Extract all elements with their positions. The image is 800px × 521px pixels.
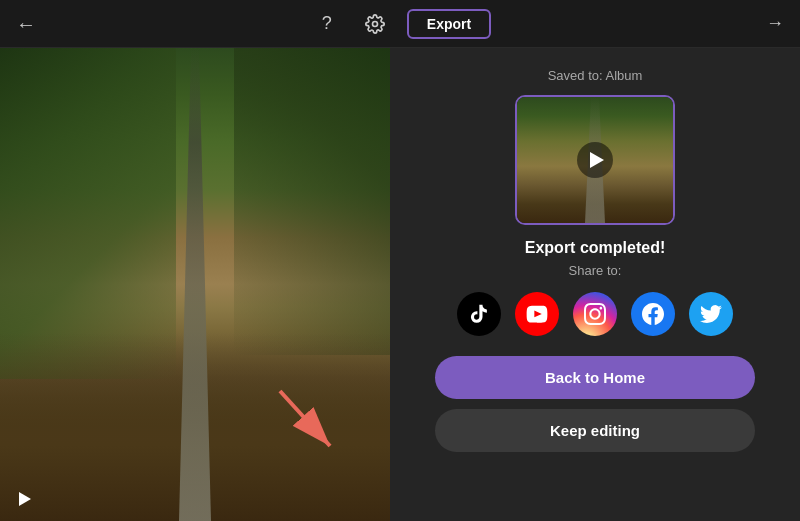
video-thumbnail[interactable] bbox=[515, 95, 675, 225]
help-button[interactable]: ? bbox=[311, 8, 343, 40]
gear-icon bbox=[365, 14, 385, 34]
share-youtube-button[interactable] bbox=[515, 292, 559, 336]
forward-arrow-icon[interactable]: → bbox=[766, 13, 784, 34]
export-panel: Saved to: Album Export completed! Share … bbox=[390, 48, 800, 521]
svg-point-0 bbox=[372, 21, 377, 26]
thumbnail-play-button[interactable] bbox=[577, 142, 613, 178]
share-icons-row bbox=[457, 292, 733, 336]
share-facebook-button[interactable] bbox=[631, 292, 675, 336]
share-twitter-button[interactable] bbox=[689, 292, 733, 336]
help-icon: ? bbox=[322, 13, 332, 34]
saved-label: Saved to: Album bbox=[548, 68, 643, 83]
direction-arrow-icon bbox=[270, 381, 350, 461]
share-label: Share to: bbox=[569, 263, 622, 278]
play-icon bbox=[19, 492, 31, 506]
arrow-annotation bbox=[270, 381, 350, 461]
trees-left bbox=[0, 48, 176, 379]
svg-line-2 bbox=[280, 391, 330, 446]
top-bar: ← ? Export → bbox=[0, 0, 800, 48]
thumbnail-play-icon bbox=[590, 152, 604, 168]
youtube-icon bbox=[526, 303, 548, 325]
export-completed-label: Export completed! bbox=[525, 239, 665, 257]
twitter-icon bbox=[700, 303, 722, 325]
back-to-home-button[interactable]: Back to Home bbox=[435, 356, 755, 399]
back-arrow-icon[interactable]: ← bbox=[16, 14, 36, 34]
share-instagram-button[interactable] bbox=[573, 292, 617, 336]
trees-right bbox=[234, 48, 390, 355]
tiktok-icon bbox=[468, 303, 490, 325]
settings-button[interactable] bbox=[359, 8, 391, 40]
play-button[interactable] bbox=[12, 487, 36, 511]
facebook-icon bbox=[642, 303, 664, 325]
top-bar-right: → bbox=[766, 13, 784, 34]
main-content: Saved to: Album Export completed! Share … bbox=[0, 48, 800, 521]
keep-editing-button[interactable]: Keep editing bbox=[435, 409, 755, 452]
export-button[interactable]: Export bbox=[407, 9, 491, 39]
top-bar-left: ← bbox=[16, 14, 36, 34]
share-tiktok-button[interactable] bbox=[457, 292, 501, 336]
top-bar-center: ? Export bbox=[311, 8, 491, 40]
video-preview-panel bbox=[0, 48, 390, 521]
instagram-icon bbox=[584, 303, 606, 325]
